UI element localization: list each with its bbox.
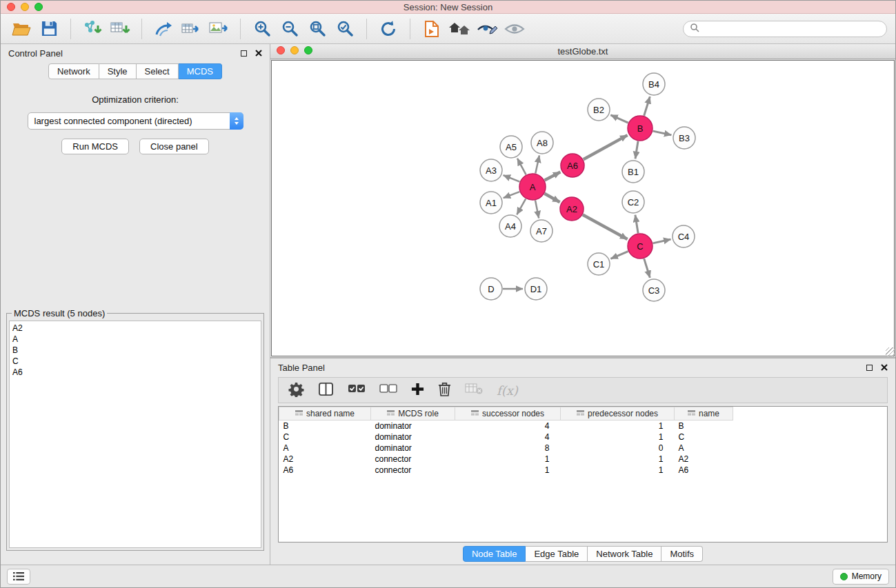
column-header-name[interactable]: name: [675, 407, 733, 420]
float-panel-icon[interactable]: [241, 50, 247, 57]
zoom-selected-icon[interactable]: [332, 17, 357, 41]
trash-icon[interactable]: [438, 381, 451, 400]
graph-node-B1[interactable]: B1: [622, 161, 644, 183]
list-item[interactable]: C: [12, 356, 258, 367]
graph-node-A1[interactable]: A1: [480, 192, 502, 214]
table-row[interactable]: Adominator80A: [279, 443, 733, 454]
deselect-all-icon[interactable]: [379, 383, 397, 397]
graph-node-A6[interactable]: A6: [561, 154, 584, 177]
table-row[interactable]: Cdominator41C: [279, 432, 733, 443]
import-table-icon[interactable]: [108, 17, 132, 41]
column-header-successor-nodes[interactable]: successor nodes: [455, 407, 561, 420]
graph-edge-B-B1[interactable]: [635, 141, 638, 159]
graph-node-A5[interactable]: A5: [500, 136, 522, 158]
close-table-panel-icon[interactable]: [881, 363, 888, 373]
float-table-panel-icon[interactable]: [866, 365, 873, 371]
graph-edge-A-A3[interactable]: [504, 175, 520, 182]
zoom-in-icon[interactable]: [250, 17, 275, 41]
columns-icon[interactable]: [318, 382, 334, 399]
tab-style[interactable]: Style: [99, 63, 137, 79]
list-item[interactable]: A6: [12, 367, 258, 378]
graph-node-D[interactable]: D: [480, 278, 502, 300]
memory-button[interactable]: Memory: [833, 569, 889, 585]
resize-grip[interactable]: [886, 347, 895, 356]
column-header-predecessor-nodes[interactable]: predecessor nodes: [561, 407, 675, 420]
open-document-icon[interactable]: [419, 17, 444, 41]
save-icon[interactable]: [37, 17, 61, 41]
tab-edge-table[interactable]: Edge Table: [526, 546, 588, 562]
minimize-window-button[interactable]: [21, 3, 29, 11]
graph-edge-A-A4[interactable]: [517, 199, 526, 214]
export-image-icon[interactable]: [206, 17, 231, 41]
column-header-MCDS-role[interactable]: MCDS role: [371, 407, 455, 420]
zoom-window-button[interactable]: [34, 3, 43, 11]
graph-node-A2[interactable]: A2: [560, 197, 584, 221]
close-window-button[interactable]: [7, 3, 15, 11]
graph-edge-A-A1[interactable]: [504, 192, 520, 198]
open-folder-icon[interactable]: [9, 17, 34, 41]
graph-edge-C-C4[interactable]: [653, 239, 671, 243]
export-network-icon[interactable]: [151, 17, 176, 41]
graph-node-B[interactable]: B: [628, 116, 653, 141]
graph-edge-A-A8[interactable]: [535, 156, 539, 174]
graph-node-C2[interactable]: C2: [622, 191, 644, 213]
graph-edge-A-A2[interactable]: [544, 194, 559, 202]
tab-node-table[interactable]: Node Table: [463, 546, 526, 562]
network-canvas[interactable]: B4B2BB3B1A5A8A6A3AA1A2C2A4A7C4CC1C3DD1: [271, 60, 895, 356]
column-header-shared-name[interactable]: shared name: [279, 407, 371, 420]
select-all-icon[interactable]: [348, 383, 366, 397]
graph-edge-C-C1[interactable]: [610, 252, 628, 259]
refresh-layout-icon[interactable]: [376, 17, 401, 41]
graph-edge-C-C2[interactable]: [635, 215, 638, 233]
table-row[interactable]: Bdominator41B: [279, 420, 733, 432]
table-row[interactable]: A6connector11A6: [279, 465, 733, 476]
graph-node-A[interactable]: A: [519, 174, 546, 200]
graph-node-C[interactable]: C: [628, 234, 653, 258]
show-details-icon[interactable]: [475, 17, 499, 41]
graph-node-C3[interactable]: C3: [643, 279, 665, 301]
optimization-dropdown[interactable]: largest connected component (directed): [28, 112, 243, 130]
list-item[interactable]: A: [12, 334, 258, 345]
run-mcds-button[interactable]: Run MCDS: [61, 139, 129, 154]
home-icon[interactable]: [447, 17, 472, 41]
graph-edge-A-A6[interactable]: [545, 172, 561, 180]
list-item[interactable]: A2: [12, 323, 258, 334]
graph-node-B2[interactable]: B2: [588, 99, 610, 121]
tab-select[interactable]: Select: [137, 63, 179, 79]
graph-edge-A2-C[interactable]: [583, 215, 628, 239]
mcds-result-list[interactable]: A2ABCA6: [9, 321, 261, 548]
graph-node-B4[interactable]: B4: [643, 73, 665, 95]
graph-edge-A6-B[interactable]: [584, 135, 628, 159]
graph-edge-C-C3[interactable]: [644, 258, 650, 278]
list-item[interactable]: B: [12, 345, 258, 356]
eye-icon[interactable]: [502, 17, 527, 41]
zoom-fit-icon[interactable]: [305, 17, 330, 41]
close-panel-button[interactable]: Close panel: [139, 139, 209, 154]
add-row-icon[interactable]: [411, 383, 424, 398]
graph-node-D1[interactable]: D1: [525, 278, 547, 300]
tab-mcds[interactable]: MCDS: [179, 63, 222, 79]
tab-motifs[interactable]: Motifs: [661, 546, 703, 562]
import-network-icon[interactable]: [80, 17, 105, 41]
tab-network[interactable]: Network: [48, 63, 99, 79]
export-table-icon[interactable]: [179, 17, 203, 41]
search-input[interactable]: [704, 24, 880, 34]
graph-edge-B-B4[interactable]: [644, 97, 650, 116]
graph-node-A8[interactable]: A8: [531, 132, 553, 154]
graph-edge-B-B2[interactable]: [610, 115, 628, 123]
graph-node-C1[interactable]: C1: [588, 253, 610, 275]
minimize-network-window-button[interactable]: [290, 46, 299, 54]
graph-edge-A-A5[interactable]: [517, 159, 526, 175]
zoom-out-icon[interactable]: [277, 17, 302, 41]
zoom-network-window-button[interactable]: [304, 46, 312, 54]
table-row[interactable]: A2connector11A2: [279, 454, 733, 465]
graph-node-B3[interactable]: B3: [673, 127, 695, 149]
graph-node-A7[interactable]: A7: [530, 220, 552, 242]
graph-node-A4[interactable]: A4: [499, 215, 521, 237]
graph-edge-B-B3[interactable]: [653, 131, 672, 135]
close-panel-icon[interactable]: [255, 48, 262, 59]
graph-node-A3[interactable]: A3: [480, 159, 502, 181]
graph-node-C4[interactable]: C4: [673, 225, 695, 247]
close-network-window-button[interactable]: [277, 46, 285, 54]
task-list-icon[interactable]: [7, 569, 30, 585]
